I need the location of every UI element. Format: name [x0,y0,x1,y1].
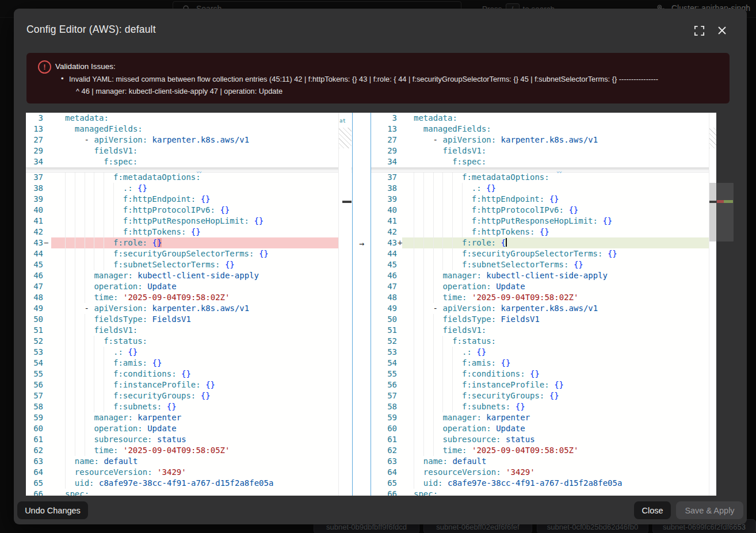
code-line[interactable]: fieldsType: FieldsV1 [442,314,540,325]
code-line[interactable]: f:conditions: {} [462,369,540,379]
revert-change-arrow[interactable]: → [352,239,371,250]
code-line[interactable]: name: default [423,456,487,467]
code-line[interactable]: f:amis: {} [113,358,162,369]
indent-guide [104,172,104,183]
indent-guide [94,401,94,412]
code-line[interactable]: f:httpProtocolIPv6: {} [123,205,230,216]
code-line[interactable]: - apiVersion: karpenter.k8s.aws/v1 [85,135,250,145]
minimap-change-mark [342,201,352,203]
code-line[interactable]: .: {} [472,183,496,194]
code-line[interactable]: fieldsV1: [442,145,486,156]
code-line[interactable]: resourceVersion: '3429' [423,467,535,478]
code-line[interactable]: - apiVersion: karpenter.k8s.aws/v1 [85,303,250,314]
code-line[interactable]: managedFields: [75,124,143,135]
code-line[interactable]: metadata: [414,113,457,124]
code-line[interactable]: fieldsV1: [442,325,486,336]
code-line[interactable]: f:securityGroups: {} [113,390,211,401]
code-line[interactable]: manager: karpenter [442,412,530,423]
code-line[interactable]: operation: Update [94,281,176,292]
code-line[interactable]: f:spec: [104,156,138,167]
indent-guide [414,259,414,270]
minimap-slider[interactable] [709,183,716,241]
collapsed-region-band[interactable]: ⌄⌄ ⌄⌄ [26,167,716,172]
code-line[interactable]: f:conditions: {} [113,369,191,379]
undo-changes-button[interactable]: Undo Changes [17,501,88,519]
code-line[interactable]: fieldsV1: [94,145,138,156]
code-line[interactable]: spec: [414,489,438,496]
code-line[interactable]: f:instanceProfile: {} [462,379,564,390]
code-line[interactable]: .: {} [462,347,486,358]
indent-guide [94,347,94,358]
code-line[interactable]: f:role: {} [113,237,162,248]
code-line[interactable]: resourceVersion: '3429' [75,467,186,478]
code-line[interactable]: f:metadataOptions: [462,172,549,183]
code-line[interactable]: uid: c8afe97e-38cc-4f91-a767-d15f2a8fe05… [75,478,274,489]
code-line[interactable]: subresource: status [442,434,534,445]
code-line[interactable]: uid: c8afe97e-38cc-4f91-a767-d15f2a8fe05… [423,478,623,489]
code-line[interactable]: f:instanceProfile: {} [113,379,215,390]
code-line[interactable]: f:subnetSelectorTerms: {} [113,259,235,270]
line-number: 27 [26,135,43,145]
code-line[interactable]: f:amis: {} [462,358,510,369]
right-minimap[interactable] [709,113,716,496]
indent-guide [414,456,414,467]
line-number: 34 [371,156,397,167]
code-line[interactable]: time: '2025-09-04T09:58:02Z' [442,292,578,303]
code-line[interactable]: - apiVersion: karpenter.k8s.aws/v1 [433,303,598,314]
code-line[interactable]: f:subnetSelectorTerms: {} [462,259,583,270]
code-line[interactable]: f:metadataOptions: [113,172,201,183]
indent-guide [423,183,424,194]
indent-guide [414,292,414,303]
code-line[interactable]: time: '2025-09-04T09:58:05Z' [442,445,578,456]
code-line[interactable]: f:securityGroupSelectorTerms: {} [113,248,269,259]
indent-guide [452,347,453,358]
code-line[interactable]: time: '2025-09-04T09:58:05Z' [94,445,230,456]
code-line[interactable]: subresource: status [94,434,186,445]
code-line[interactable]: operation: Update [94,423,176,434]
code-line[interactable]: f:httpPutResponseHopLimit: {} [123,216,264,227]
code-line[interactable]: f:spec: [452,156,486,167]
code-line[interactable]: fieldsType: FieldsV1 [94,314,191,325]
fullscreen-button[interactable] [694,25,707,38]
code-line[interactable]: f:subnets: {} [462,401,525,412]
code-line[interactable]: f:subnets: {} [113,401,177,412]
code-line[interactable]: f:httpEndpoint: {} [472,194,559,205]
code-line[interactable]: .: {} [113,347,138,358]
code-line[interactable]: time: '2025-09-04T09:58:02Z' [94,292,230,303]
code-line[interactable]: f:securityGroups: {} [462,390,559,401]
indent-guide [65,379,66,390]
code-line[interactable]: manager: karpenter [94,412,181,423]
code-line[interactable]: manager: kubectl-client-side-apply [94,270,259,281]
code-line[interactable]: managedFields: [423,124,491,135]
code-line[interactable]: operation: Update [442,423,525,434]
indent-guide [414,270,414,281]
scrollbar-thumb[interactable] [716,183,734,241]
code-line[interactable]: f:status: [452,336,496,347]
code-line[interactable]: f:httpTokens: {} [123,227,201,237]
code-line[interactable]: f:status: [104,336,147,347]
indent-guide [75,423,75,434]
code-line[interactable]: operation: Update [442,281,525,292]
code-line[interactable]: name: default [75,456,138,467]
yaml-diff-editor[interactable]: 3metadata:13managedFields:27- apiVersion… [26,113,716,496]
code-line[interactable]: f:httpTokens: {} [472,227,549,237]
code-line[interactable]: f:httpEndpoint: {} [123,194,211,205]
code-line[interactable]: - apiVersion: karpenter.k8s.aws/v1 [433,135,598,145]
close-button[interactable]: Close [634,501,671,519]
left-minimap[interactable] [338,113,352,496]
code-line[interactable]: fieldsV1: [94,325,138,336]
indent-guide [423,358,424,369]
code-line[interactable]: f:securityGroupSelectorTerms: {} [462,248,617,259]
code-line[interactable]: manager: kubectl-client-side-apply [442,270,608,281]
save-apply-button[interactable]: Save & Apply [676,501,743,519]
code-line[interactable]: f:httpPutResponseHopLimit: {} [472,216,612,227]
code-line[interactable]: f:role: { [462,237,507,248]
indent-guide [423,434,424,445]
code-line[interactable]: metadata: [65,113,109,124]
indent-guide [94,194,94,205]
code-line[interactable]: f:httpProtocolIPv6: {} [472,205,578,216]
code-line[interactable]: .: {} [123,183,147,194]
code-line[interactable]: spec: [65,489,89,496]
line-number: 64 [371,467,397,478]
close-dialog-button[interactable] [716,25,729,37]
